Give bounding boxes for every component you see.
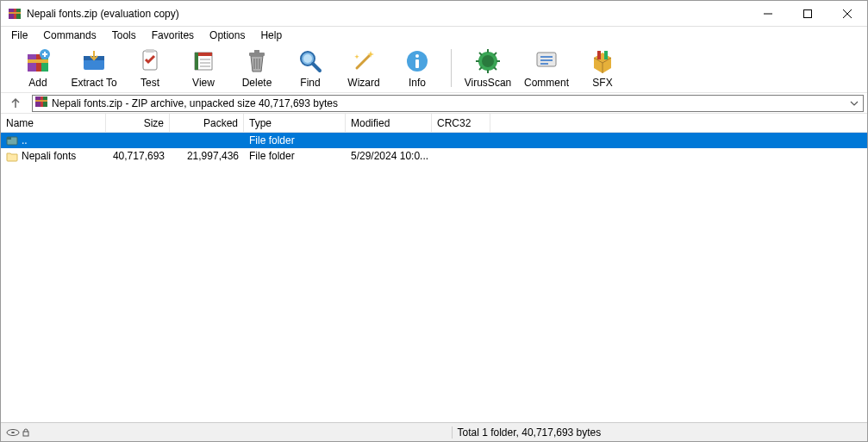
status-indicators: [1, 428, 35, 437]
comment-icon: [533, 47, 560, 75]
sfx-label: SFX: [592, 77, 612, 89]
delete-icon: [243, 47, 271, 75]
svg-line-30: [357, 56, 369, 68]
wizard-button[interactable]: Wizard: [340, 47, 387, 89]
close-button[interactable]: [827, 1, 867, 27]
svg-line-40: [479, 53, 482, 55]
view-button[interactable]: View: [180, 47, 227, 89]
col-type[interactable]: Type: [244, 114, 346, 132]
app-icon: [8, 7, 22, 21]
row-name: ..: [22, 134, 28, 146]
delete-button[interactable]: Delete: [234, 47, 280, 89]
svg-point-32: [415, 54, 419, 58]
svg-line-29: [313, 64, 320, 71]
comment-label: Comment: [524, 77, 569, 89]
table-row[interactable]: .. File folder: [1, 133, 867, 148]
info-button[interactable]: Info: [394, 47, 440, 89]
virus-icon: [474, 47, 502, 75]
svg-rect-55: [7, 137, 11, 140]
col-modified[interactable]: Modified: [346, 114, 432, 132]
address-dropdown[interactable]: [847, 99, 861, 108]
svg-line-42: [479, 67, 482, 70]
col-name[interactable]: Name: [1, 114, 106, 132]
address-field[interactable]: Nepali fonts.zip - ZIP archive, unpacked…: [32, 95, 864, 112]
find-label: Find: [300, 77, 320, 89]
svg-rect-53: [35, 100, 47, 102]
add-icon: [24, 47, 52, 75]
svg-line-43: [494, 53, 496, 55]
menu-favorites[interactable]: Favorites: [145, 28, 201, 43]
row-modified: 5/29/2024 10:0...: [346, 150, 432, 162]
test-button[interactable]: Test: [127, 47, 173, 89]
statusbar: Total 1 folder, 40,717,693 bytes: [1, 422, 867, 441]
col-crc32[interactable]: CRC32: [432, 114, 490, 132]
row-name: Nepali fonts: [22, 150, 76, 162]
svg-rect-58: [23, 432, 28, 436]
toolbar-separator: [451, 49, 452, 87]
test-label: Test: [141, 77, 159, 89]
view-icon: [190, 47, 217, 75]
file-list[interactable]: .. File folder Nepali fonts 40,717,693 2…: [1, 133, 867, 422]
wizard-label: Wizard: [347, 77, 379, 89]
find-icon: [297, 47, 324, 75]
extract-label: Extract To: [71, 77, 116, 89]
svg-rect-22: [249, 53, 265, 56]
toolbar: Add Extract To Test View Delete Find W: [1, 44, 867, 93]
extract-icon: [80, 47, 108, 75]
menu-commands[interactable]: Commands: [36, 28, 103, 43]
svg-rect-11: [28, 59, 48, 63]
menu-help[interactable]: Help: [253, 28, 289, 43]
row-type: File folder: [244, 150, 346, 162]
up-button[interactable]: [4, 95, 27, 112]
virusscan-label: VirusScan: [465, 77, 511, 89]
menu-options[interactable]: Options: [203, 28, 252, 43]
svg-point-28: [303, 54, 312, 63]
find-button[interactable]: Find: [287, 47, 334, 89]
test-icon: [136, 47, 164, 75]
svg-point-57: [11, 432, 15, 433]
sfx-icon: [589, 47, 616, 75]
col-packed[interactable]: Packed: [170, 114, 244, 132]
menubar: File Commands Tools Favorites Options He…: [1, 27, 867, 44]
add-button[interactable]: Add: [15, 47, 61, 89]
virusscan-button[interactable]: VirusScan: [462, 47, 514, 89]
maximize-button[interactable]: [788, 1, 827, 27]
status-summary: Total 1 folder, 40,717,693 bytes: [452, 426, 868, 439]
svg-rect-33: [415, 59, 419, 68]
lock-icon: [22, 428, 30, 437]
svg-rect-18: [195, 53, 198, 70]
info-label: Info: [409, 77, 426, 89]
window-title: Nepali fonts.zip (evaluation copy): [27, 8, 179, 20]
svg-rect-48: [597, 51, 601, 59]
column-headers: Name Size Packed Type Modified CRC32: [1, 114, 867, 133]
row-size: 40,717,693: [106, 150, 170, 162]
menu-tools[interactable]: Tools: [105, 28, 143, 43]
table-row[interactable]: Nepali fonts 40,717,693 21,997,436 File …: [1, 148, 867, 164]
svg-rect-5: [804, 9, 812, 17]
svg-rect-23: [254, 50, 259, 53]
menu-file[interactable]: File: [4, 28, 34, 43]
titlebar: Nepali fonts.zip (evaluation copy): [1, 1, 867, 27]
wizard-icon: [350, 47, 378, 75]
disk-icon: [6, 428, 20, 437]
archive-icon: [34, 95, 48, 111]
delete-label: Delete: [242, 77, 272, 89]
svg-line-41: [494, 67, 496, 70]
add-label: Add: [28, 77, 47, 89]
address-text: Nepali fonts.zip - ZIP archive, unpacked…: [52, 97, 338, 109]
comment-button[interactable]: Comment: [521, 47, 572, 89]
info-icon: [403, 47, 431, 75]
folder-icon: [6, 150, 18, 162]
row-packed: 21,997,436: [170, 150, 244, 162]
updir-icon: [6, 134, 18, 146]
svg-rect-3: [9, 12, 21, 14]
extract-button[interactable]: Extract To: [68, 47, 120, 89]
minimize-button[interactable]: [748, 1, 788, 27]
row-type: File folder: [244, 134, 346, 146]
svg-rect-49: [604, 51, 608, 59]
svg-point-35: [482, 55, 494, 67]
col-size[interactable]: Size: [106, 114, 170, 132]
sfx-button[interactable]: SFX: [579, 47, 626, 89]
svg-rect-16: [146, 49, 154, 53]
addressbar: Nepali fonts.zip - ZIP archive, unpacked…: [1, 93, 867, 114]
